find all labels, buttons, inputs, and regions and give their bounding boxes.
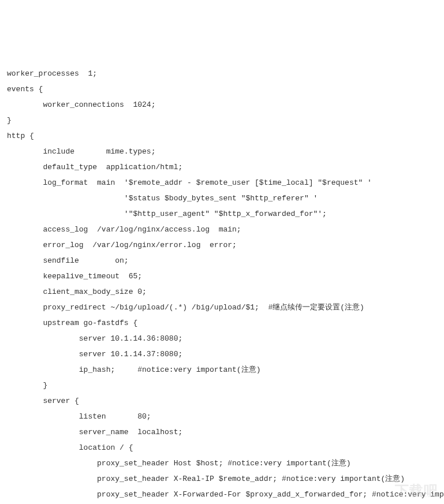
code-line: worker_connections 1024;: [7, 97, 437, 113]
code-line: server 10.1.14.36:8080;: [7, 331, 437, 346]
code-line: default_type application/html;: [7, 159, 437, 175]
code-line: sendfile on;: [7, 253, 437, 268]
code-line: '"$http_user_agent" "$http_x_forwarded_f…: [7, 206, 437, 222]
code-line: access_log /var/log/nginx/access.log mai…: [7, 222, 437, 237]
code-line: upstream go-fastdfs {: [7, 315, 437, 331]
code-line: client_max_body_size 0;: [7, 284, 437, 300]
code-line: server_name localhost;: [7, 424, 437, 440]
code-line: http {: [7, 128, 437, 144]
code-line: location / {: [7, 440, 437, 456]
code-line: events {: [7, 81, 437, 97]
code-block: worker_processes 1;events { worker_conne…: [7, 66, 437, 504]
code-line: include mime.types;: [7, 144, 437, 159]
code-line: }: [7, 113, 437, 128]
code-line: worker_processes 1;: [7, 66, 437, 81]
code-line: proxy_set_header X-Forwarded-For $proxy_…: [7, 487, 437, 502]
code-line: log_format main '$remote_addr - $remote_…: [7, 175, 437, 191]
code-line: keepalive_timeout 65;: [7, 268, 437, 284]
code-line: }: [7, 378, 437, 393]
code-line: '$status $body_bytes_sent "$http_referer…: [7, 191, 437, 206]
code-line: proxy_redirect ~/big/upload/(.*) /big/up…: [7, 300, 437, 315]
code-line: ip_hash; #notice:very important(注意): [7, 362, 437, 378]
code-line: server 10.1.14.37:8080;: [7, 346, 437, 362]
code-line: proxy_set_header Host $host; #notice:ver…: [7, 456, 437, 471]
code-line: server {: [7, 393, 437, 409]
code-line: error_log /var/log/nginx/error.log error…: [7, 237, 437, 253]
code-line: listen 80;: [7, 409, 437, 424]
code-line: proxy_set_header X-Real-IP $remote_addr;…: [7, 471, 437, 487]
